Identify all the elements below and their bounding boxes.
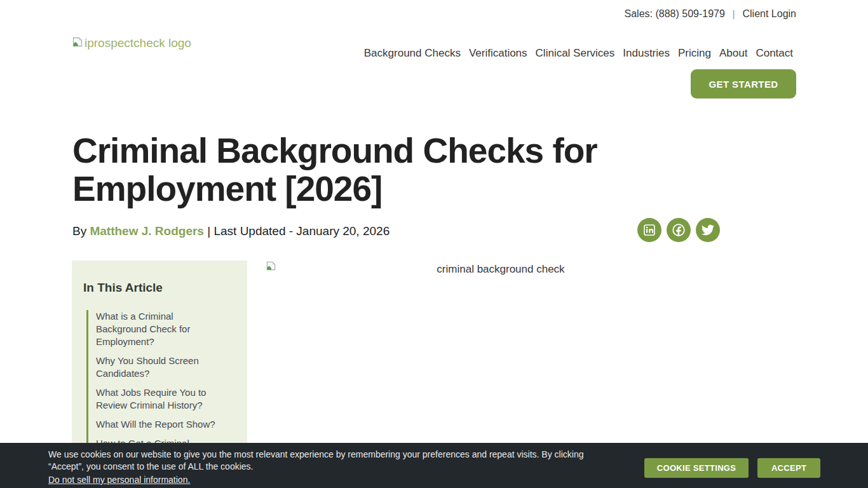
nav-item-industries[interactable]: Industries xyxy=(623,47,670,60)
facebook-icon xyxy=(672,223,686,237)
facebook-share-button[interactable] xyxy=(667,218,691,242)
nav-item-background-checks[interactable]: Background Checks xyxy=(364,47,461,60)
toc-link-why-screen[interactable]: Why You Should Screen Candidates? xyxy=(96,355,225,380)
topbar: Sales: (888) 509-1979 | Client Login xyxy=(625,8,796,20)
toc-item: What is a Criminal Background Check for … xyxy=(96,310,225,348)
topbar-divider: | xyxy=(733,9,735,19)
author-link[interactable]: Matthew J. Rodgers xyxy=(90,224,203,238)
image-alt-text: criminal background check xyxy=(266,258,736,276)
toc-link-what-is[interactable]: What is a Criminal Background Check for … xyxy=(96,310,225,348)
toc-list: What is a Criminal Background Check for … xyxy=(86,310,225,463)
toc-heading: In This Article xyxy=(83,281,234,295)
site-logo[interactable]: iprospectcheck logo xyxy=(72,36,191,50)
toc-item: Why You Should Screen Candidates? xyxy=(96,355,225,380)
byline-updated: | Last Updated - January 20, 2026 xyxy=(207,224,390,238)
main-nav: Background Checks Verifications Clinical… xyxy=(364,47,793,60)
sales-phone: Sales: (888) 509-1979 xyxy=(625,8,725,20)
cookie-banner: We use cookies on our website to give yo… xyxy=(0,443,868,488)
broken-image-icon xyxy=(72,36,83,50)
nav-item-verifications[interactable]: Verifications xyxy=(469,47,527,60)
social-share-row xyxy=(637,218,720,242)
nav-item-pricing[interactable]: Pricing xyxy=(678,47,711,60)
get-started-button[interactable]: GET STARTED xyxy=(691,69,796,98)
broken-image-icon xyxy=(266,261,276,274)
twitter-share-button[interactable] xyxy=(696,218,720,242)
byline-prefix: By xyxy=(72,224,86,238)
cookie-settings-button[interactable]: COOKIE SETTINGS xyxy=(644,458,749,478)
linkedin-share-button[interactable] xyxy=(637,218,661,242)
toc-item: What Will the Report Show? xyxy=(96,418,225,431)
nav-item-contact[interactable]: Contact xyxy=(756,47,793,60)
page-title: Criminal Background Checks for Employmen… xyxy=(72,132,682,208)
cookie-message: We use cookies on our website to give yo… xyxy=(48,449,611,473)
page: Sales: (888) 509-1979 | Client Login ipr… xyxy=(0,0,868,488)
byline: By Matthew J. Rodgers | Last Updated - J… xyxy=(72,224,390,238)
nav-item-clinical-services[interactable]: Clinical Services xyxy=(536,47,615,60)
do-not-sell-link[interactable]: Do not sell my personal information. xyxy=(48,475,190,485)
toc-link-what-jobs[interactable]: What Jobs Require You to Review Criminal… xyxy=(96,386,225,412)
linkedin-icon xyxy=(643,224,656,236)
logo-alt-text: iprospectcheck logo xyxy=(85,36,191,50)
twitter-icon xyxy=(702,224,714,236)
client-login-link[interactable]: Client Login xyxy=(743,8,797,20)
article-hero-image: criminal background check xyxy=(266,258,736,296)
cookie-accept-button[interactable]: ACCEPT xyxy=(757,458,820,478)
nav-item-about[interactable]: About xyxy=(719,47,747,60)
toc-item: What Jobs Require You to Review Criminal… xyxy=(96,386,225,412)
toc-link-report-show[interactable]: What Will the Report Show? xyxy=(96,418,225,431)
